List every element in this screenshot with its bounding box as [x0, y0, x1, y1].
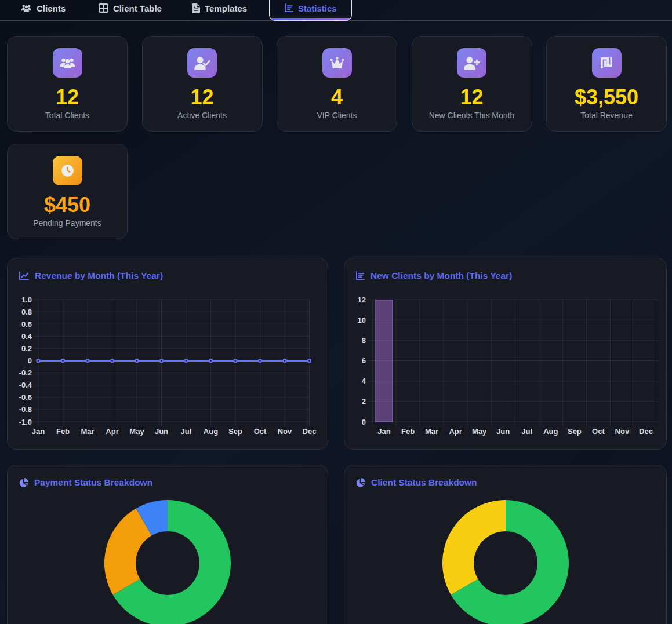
svg-text:0: 0 [28, 356, 32, 365]
svg-text:-0.4: -0.4 [19, 381, 32, 389]
svg-text:-0.6: -0.6 [19, 393, 32, 402]
svg-text:2: 2 [362, 397, 366, 406]
svg-text:0.6: 0.6 [21, 320, 32, 329]
svg-text:12: 12 [358, 295, 366, 304]
svg-text:0.8: 0.8 [21, 308, 32, 316]
svg-text:10: 10 [358, 316, 366, 324]
svg-text:Jan: Jan [32, 427, 45, 436]
svg-text:0.2: 0.2 [21, 344, 32, 353]
svg-text:6: 6 [362, 356, 366, 365]
svg-text:8: 8 [362, 336, 366, 345]
svg-text:Aug: Aug [543, 427, 558, 436]
svg-text:Feb: Feb [401, 427, 415, 436]
svg-text:-1.0: -1.0 [19, 418, 32, 426]
svg-text:May: May [129, 427, 144, 436]
svg-text:1.0: 1.0 [21, 295, 32, 304]
svg-text:Jul: Jul [181, 427, 192, 436]
svg-text:-0.8: -0.8 [19, 405, 32, 414]
svg-text:Aug: Aug [204, 427, 218, 436]
svg-text:Apr: Apr [106, 427, 118, 436]
svg-text:Nov: Nov [278, 427, 292, 436]
svg-text:Jun: Jun [496, 427, 510, 436]
svg-text:Jan: Jan [377, 427, 390, 436]
svg-text:Jul: Jul [521, 427, 532, 436]
svg-text:-0.2: -0.2 [19, 368, 32, 377]
svg-text:Sep: Sep [568, 427, 582, 436]
svg-text:Oct: Oct [592, 427, 605, 436]
svg-text:May: May [472, 427, 487, 436]
svg-text:0: 0 [362, 418, 366, 426]
svg-text:Feb: Feb [56, 427, 70, 436]
svg-text:Nov: Nov [615, 427, 630, 436]
svg-text:Oct: Oct [254, 427, 267, 436]
svg-text:Mar: Mar [81, 427, 94, 436]
svg-text:Mar: Mar [425, 427, 438, 436]
svg-text:Dec: Dec [303, 427, 317, 436]
svg-text:Dec: Dec [639, 427, 653, 436]
svg-text:Apr: Apr [449, 427, 462, 436]
svg-text:Sep: Sep [228, 427, 242, 436]
svg-text:0.4: 0.4 [21, 332, 32, 341]
svg-text:4: 4 [362, 377, 366, 385]
svg-text:Jun: Jun [155, 427, 168, 436]
